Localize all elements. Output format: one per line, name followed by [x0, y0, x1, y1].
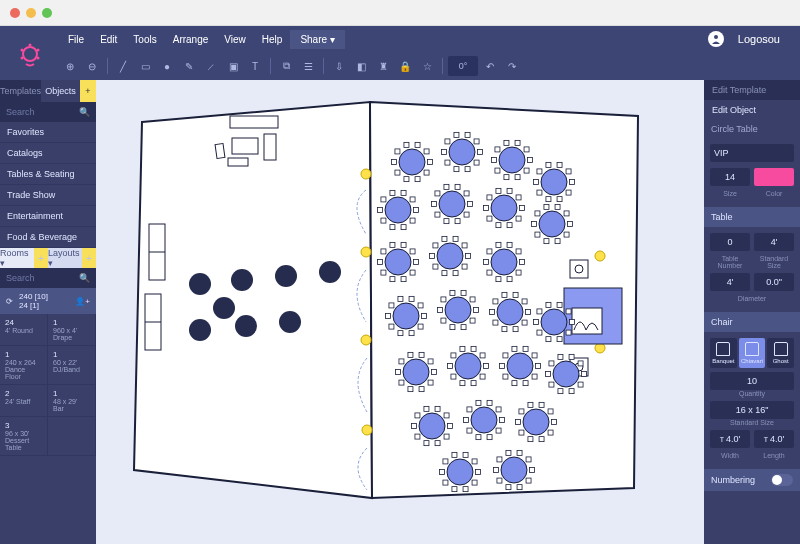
star-icon[interactable]: ☆ [417, 56, 437, 76]
paint-icon[interactable]: ◧ [351, 56, 371, 76]
user-menu[interactable]: Logosou [708, 29, 800, 49]
rotation-input[interactable]: 0° [448, 56, 478, 76]
svg-point-200 [541, 309, 567, 335]
std-size-select[interactable]: 4' [754, 233, 794, 251]
svg-point-112 [491, 195, 517, 221]
size-input[interactable]: 14 [710, 168, 750, 186]
menu-tools[interactable]: Tools [125, 30, 164, 49]
svg-point-17 [361, 247, 371, 257]
canvas[interactable] [96, 80, 704, 544]
list-item[interactable]: 224' Staff [0, 385, 48, 417]
svg-rect-107 [484, 206, 489, 211]
svg-point-123 [539, 211, 565, 237]
svg-rect-49 [465, 167, 470, 172]
svg-rect-132 [401, 242, 406, 247]
zoom-in-icon[interactable]: ⊕ [60, 56, 80, 76]
svg-point-0 [23, 47, 37, 61]
menu-share[interactable]: Share ▾ [290, 30, 344, 49]
menu-file[interactable]: File [60, 30, 92, 49]
rooms-add[interactable]: + [34, 248, 48, 268]
cat-favorites[interactable]: Favorites [0, 122, 96, 143]
svg-rect-268 [548, 430, 553, 435]
width-input[interactable]: T 4.0' [710, 430, 750, 448]
undo-icon[interactable]: ↶ [480, 56, 500, 76]
list-item[interactable]: 148 x 29' Bar [48, 385, 96, 417]
rooms-search-input[interactable]: Search🔍 [0, 268, 96, 288]
tab-templates[interactable]: Templates [0, 80, 41, 102]
window-max[interactable] [42, 8, 52, 18]
menu-arrange[interactable]: Arrange [165, 30, 217, 49]
svg-rect-183 [493, 320, 498, 325]
quantity-input[interactable]: 10 [710, 372, 794, 390]
circle-tool-icon[interactable]: ● [157, 56, 177, 76]
list-item[interactable]: 396 x 30' Dessert Table [0, 417, 48, 456]
chair-size-select[interactable]: 16 x 16" [710, 401, 794, 419]
cat-tables[interactable]: Tables & Seating [0, 164, 96, 185]
svg-rect-224 [532, 374, 537, 379]
list-item[interactable]: 1240 x 264 Dance Floor [0, 346, 48, 385]
window-min[interactable] [26, 8, 36, 18]
chair-banquet[interactable]: Banquet [710, 338, 737, 368]
chair-chiavari[interactable]: Chiavari [739, 338, 766, 368]
tab-rooms[interactable]: Rooms ▾ [0, 248, 34, 268]
floor-plan[interactable] [116, 94, 646, 514]
cat-food[interactable]: Food & Beverage [0, 227, 96, 248]
list-item[interactable] [48, 417, 96, 456]
svg-point-6 [714, 35, 718, 39]
svg-rect-95 [435, 212, 440, 217]
list-item[interactable]: 1960 x 4' Drape [48, 314, 96, 346]
window-close[interactable] [10, 8, 20, 18]
list-item[interactable]: 160 x 22' DJ/Band [48, 346, 96, 385]
length-input[interactable]: T 4.0' [754, 430, 794, 448]
table-number-input[interactable]: 0 [710, 233, 750, 251]
cat-tradeshow[interactable]: Trade Show [0, 185, 96, 206]
group-icon[interactable]: ⧉ [276, 56, 296, 76]
tab-objects[interactable]: Objects [41, 80, 80, 102]
svg-rect-89 [410, 197, 415, 202]
layouts-add[interactable]: + [82, 248, 96, 268]
menu-view[interactable]: View [216, 30, 254, 49]
cat-entertainment[interactable]: Entertainment [0, 206, 96, 227]
tab-edit-template[interactable]: Edit Template [704, 80, 800, 100]
tab-layouts[interactable]: Layouts ▾ [48, 248, 82, 268]
layers-icon[interactable]: ☰ [298, 56, 318, 76]
pencil-tool-icon[interactable]: ✎ [179, 56, 199, 76]
svg-point-266 [471, 407, 497, 433]
zoom-out-icon[interactable]: ⊖ [82, 56, 102, 76]
chair-icon[interactable]: ♜ [373, 56, 393, 76]
svg-rect-217 [448, 364, 453, 369]
line-tool-icon[interactable]: ╱ [113, 56, 133, 76]
menu-edit[interactable]: Edit [92, 30, 125, 49]
lock-icon[interactable]: 🔒 [395, 56, 415, 76]
text-tool-icon[interactable]: T [245, 56, 265, 76]
svg-point-156 [491, 249, 517, 275]
svg-rect-209 [419, 352, 424, 357]
svg-rect-291 [517, 485, 522, 490]
svg-rect-264 [487, 400, 492, 405]
color-swatch[interactable] [754, 168, 794, 186]
cat-catalogs[interactable]: Catalogs [0, 143, 96, 164]
image-tool-icon[interactable]: ▣ [223, 56, 243, 76]
diameter-in-input[interactable]: 0.0" [754, 273, 794, 291]
download-icon[interactable]: ⇩ [329, 56, 349, 76]
menu-help[interactable]: Help [254, 30, 291, 49]
tab-add[interactable]: + [80, 80, 96, 102]
list-item[interactable]: 244' Round [0, 314, 48, 346]
redo-icon[interactable]: ↷ [502, 56, 522, 76]
diameter-ft-input[interactable]: 4' [710, 273, 750, 291]
svg-rect-295 [497, 457, 502, 462]
tab-edit-object[interactable]: Edit Object [704, 100, 800, 120]
chair-ghost[interactable]: Ghost [767, 338, 794, 368]
svg-point-1 [29, 44, 32, 47]
name-input[interactable]: VIP [710, 144, 794, 162]
svg-point-211 [403, 359, 429, 385]
svg-rect-142 [442, 236, 447, 241]
svg-rect-54 [454, 132, 459, 137]
measure-tool-icon[interactable]: ⟋ [201, 56, 221, 76]
search-input[interactable]: Search🔍 [0, 102, 96, 122]
svg-rect-251 [415, 413, 420, 418]
rect-tool-icon[interactable]: ▭ [135, 56, 155, 76]
svg-rect-82 [401, 225, 406, 230]
svg-rect-133 [410, 249, 415, 254]
numbering-toggle[interactable]: Numbering [704, 469, 800, 491]
